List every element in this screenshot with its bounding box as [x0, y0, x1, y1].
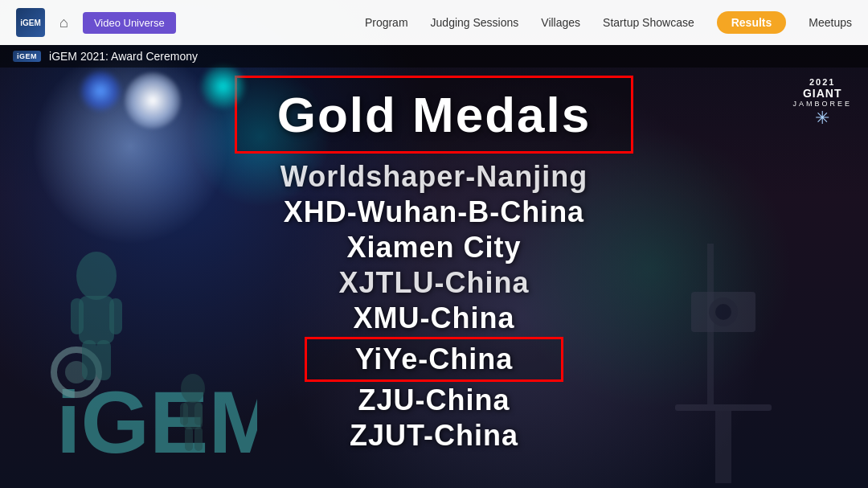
page-title-bar: iGEM iGEM 2021: Award Ceremony — [0, 45, 868, 68]
team-worldshaper-nanjing: Worldshaper-Nanjing — [280, 160, 588, 194]
light-orb-cyan — [201, 64, 245, 109]
team-zjut-china: ZJUT-China — [350, 419, 518, 453]
home-icon[interactable]: ⌂ — [59, 14, 68, 31]
svg-rect-4 — [79, 296, 114, 344]
svg-rect-12 — [194, 403, 203, 425]
svg-point-9 — [181, 374, 205, 403]
nav-meetups[interactable]: Meetups — [809, 16, 852, 29]
igem-logo-box: iGEM — [16, 8, 45, 37]
team-zju-china: ZJU-China — [358, 383, 510, 417]
igem-logo[interactable]: iGEM — [16, 8, 45, 37]
nav-villages[interactable]: Villages — [541, 16, 580, 29]
nav-startup-showcase[interactable]: Startup Showcase — [603, 16, 694, 29]
navbar: iGEM ⌂ Video Universe Program Judging Se… — [0, 0, 868, 45]
team-yiye-china: YiYe-China — [355, 342, 514, 375]
team-xjtlu-china: XJTLU-China — [338, 266, 529, 300]
svg-rect-13 — [185, 427, 193, 451]
video-universe-button[interactable]: Video Universe — [83, 12, 176, 34]
light-orb-blue — [80, 71, 121, 111]
igem-logo-text: iGEM — [20, 18, 41, 27]
gold-medals-title: Gold Medals — [277, 87, 592, 142]
team-list: Worldshaper-Nanjing XHD-Wuhan-B-China Xi… — [280, 160, 588, 453]
team-xmu-china: XMU-China — [353, 301, 514, 335]
jamboree-snowflake-icon: ✳ — [815, 108, 829, 129]
trophy-silhouette: iGEM — [32, 147, 257, 488]
nav-links: Program Judging Sessions Villages Startu… — [365, 11, 852, 34]
svg-point-18 — [715, 304, 731, 320]
camera-silhouette — [675, 244, 772, 488]
nav-program[interactable]: Program — [365, 16, 408, 29]
jamboree-subtitle: JAMBOREE — [792, 100, 852, 108]
svg-rect-11 — [180, 403, 188, 425]
svg-rect-7 — [82, 340, 96, 380]
svg-rect-8 — [96, 340, 111, 380]
team-xhd-wuhan-b-china: XHD-Wuhan-B-China — [284, 195, 584, 229]
jamboree-badge: 2021 GIANT JAMBOREE ✳ — [792, 77, 852, 129]
team-xiamen-city: Xiamen City — [346, 231, 521, 265]
svg-point-3 — [76, 252, 117, 300]
svg-rect-5 — [71, 298, 84, 334]
svg-text:iGEM: iGEM — [56, 372, 257, 471]
gold-medals-box: Gold Medals — [235, 76, 634, 154]
light-orb-white — [125, 72, 181, 129]
jamboree-year: 2021 — [809, 77, 835, 87]
results-button[interactable]: Results — [717, 11, 787, 34]
svg-rect-19 — [675, 404, 772, 411]
igem-small-logo: iGEM — [13, 51, 41, 62]
yiye-highlighted-box: YiYe-China — [305, 337, 564, 382]
page-title: iGEM 2021: Award Ceremony — [49, 50, 198, 63]
svg-rect-14 — [194, 427, 203, 451]
jamboree-title: GIANT — [803, 87, 842, 100]
svg-rect-20 — [715, 411, 731, 483]
nav-judging-sessions[interactable]: Judging Sessions — [431, 16, 519, 29]
svg-rect-6 — [109, 298, 122, 334]
